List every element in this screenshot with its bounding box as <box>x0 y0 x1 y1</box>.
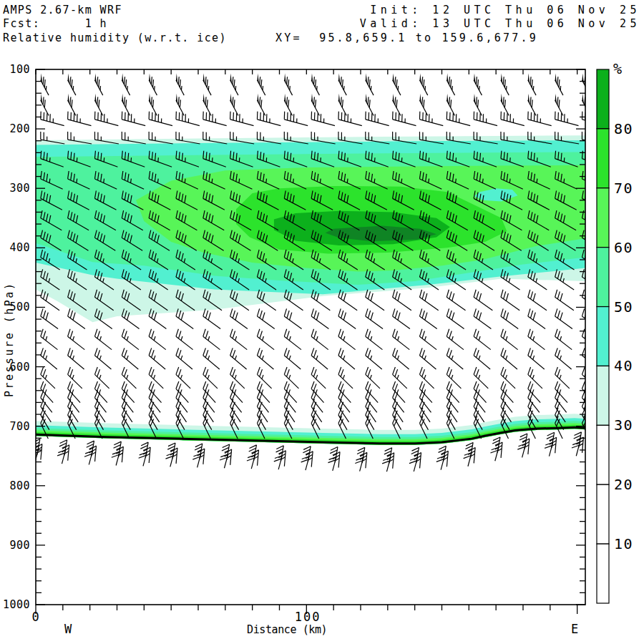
colorbar-segment <box>597 188 609 248</box>
colorbar-label-60: 60 <box>614 239 633 256</box>
y-axis-title: Pressure (hPa) <box>3 282 16 397</box>
colorbar-segment <box>597 366 609 425</box>
colorbar-label-10: 10 <box>614 535 633 552</box>
x-tick-0: 0 <box>32 610 41 624</box>
x-tick-100: 100 <box>295 610 321 624</box>
colorbar-segment <box>597 544 609 603</box>
colorbar-segment <box>597 248 609 307</box>
y-tick-800: 800 <box>1 479 30 492</box>
colorbar-segment <box>597 425 609 484</box>
forecast-hour: Fcst: 1 h <box>3 17 107 30</box>
west-label: W <box>64 622 72 636</box>
y-tick-200: 200 <box>1 122 30 135</box>
field-title: Relative humidity (w.r.t. ice) <box>3 31 227 44</box>
colorbar-label-80: 80 <box>614 120 633 137</box>
colorbar-segment <box>597 484 609 544</box>
colorbar-label-50: 50 <box>614 298 633 316</box>
colorbar-segment <box>597 307 609 366</box>
colorbar-label-70: 70 <box>614 180 633 197</box>
colorbar-label-40: 40 <box>614 357 633 374</box>
y-tick-900: 900 <box>1 539 30 552</box>
colorbar-segment <box>597 129 609 188</box>
y-tick-400: 400 <box>1 241 30 254</box>
cross-section-plot <box>0 0 644 644</box>
valid-time: Valid: 13 UTC Thu 06 Nov 25 <box>360 17 640 30</box>
y-tick-600: 600 <box>1 361 30 374</box>
colorbar-label-30: 30 <box>614 416 633 434</box>
east-label: E <box>571 622 579 636</box>
xy-range: XY= 95.8,659.1 to 159.6,677.9 <box>275 31 538 44</box>
colorbar-unit: % <box>613 60 623 77</box>
y-tick-1000: 1000 <box>1 598 30 611</box>
plot-interior <box>30 73 606 472</box>
colorbar-label-20: 20 <box>614 476 633 493</box>
colorbar-segment <box>597 69 609 129</box>
y-tick-700: 700 <box>1 420 30 433</box>
init-time: Init: 12 UTC Thu 06 Nov 25 <box>370 4 640 16</box>
y-tick-500: 500 <box>1 301 30 313</box>
model-title: AMPS 2.67-km WRF <box>3 4 122 16</box>
y-tick-100: 100 <box>1 63 30 76</box>
y-tick-300: 300 <box>1 182 30 195</box>
x-axis-title: Distance (km) <box>247 623 327 636</box>
